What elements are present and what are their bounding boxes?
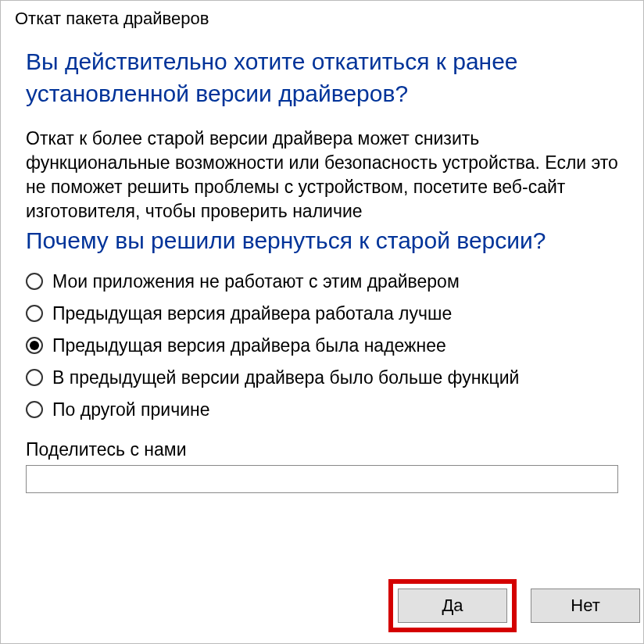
reason-option-worked-better[interactable]: Предыдущая версия драйвера работала лучш… — [26, 303, 618, 324]
reason-option-more-features[interactable]: В предыдущей версии драйвера было больше… — [26, 367, 618, 388]
reason-option-apps-not-working[interactable]: Мои приложения не работают с этим драйве… — [26, 271, 618, 292]
radio-icon — [26, 401, 43, 418]
radio-label: В предыдущей версии драйвера было больше… — [52, 367, 519, 388]
no-button-wrap: Нет — [531, 579, 640, 632]
radio-icon — [26, 369, 43, 386]
share-input[interactable] — [26, 465, 618, 493]
reason-option-more-reliable[interactable]: Предыдущая версия драйвера была надежнее — [26, 335, 618, 356]
radio-label: По другой причине — [52, 399, 210, 420]
dialog-title: Откат пакета драйверов — [1, 1, 643, 34]
radio-icon — [26, 273, 43, 290]
yes-highlight-box: Да — [388, 579, 517, 632]
radio-label: Предыдущая версия драйвера работала лучш… — [52, 303, 452, 324]
main-heading: Вы действительно хотите откатиться к ран… — [26, 46, 618, 109]
radio-icon — [26, 337, 43, 354]
reason-option-other[interactable]: По другой причине — [26, 399, 618, 420]
rollback-dialog: Откат пакета драйверов Вы действительно … — [0, 0, 644, 644]
yes-button[interactable]: Да — [398, 589, 507, 623]
reason-heading: Почему вы решили вернуться к старой верс… — [26, 225, 618, 257]
description-text: Откат к более старой версии драйвера мож… — [26, 127, 618, 224]
radio-label: Мои приложения не работают с этим драйве… — [52, 271, 460, 292]
no-button[interactable]: Нет — [531, 589, 640, 623]
share-label: Поделитесь с нами — [26, 439, 618, 460]
radio-label: Предыдущая версия драйвера была надежнее — [52, 335, 446, 356]
button-bar: Да Нет — [1, 564, 643, 643]
radio-icon — [26, 305, 43, 322]
reason-radio-group: Мои приложения не работают с этим драйве… — [26, 271, 618, 420]
dialog-content: Вы действительно хотите откатиться к ран… — [1, 34, 643, 564]
